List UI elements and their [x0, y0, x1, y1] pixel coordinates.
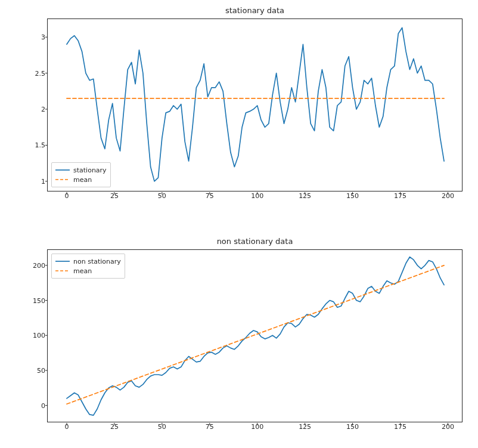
xtick-label: 200	[442, 423, 454, 431]
legend-entry: mean	[55, 266, 121, 276]
xtick-label: 175	[394, 192, 406, 200]
legend-label: mean	[73, 176, 92, 184]
xtick-label: 150	[346, 192, 359, 200]
series-stationary	[67, 28, 444, 181]
legend-swatch	[55, 167, 70, 173]
ytick-label: 0	[41, 401, 45, 409]
ytick-label: 3	[41, 33, 45, 41]
ytick-label: 2.5	[35, 69, 46, 77]
axes-nonstationary: non stationary data 02550751001251501752…	[47, 249, 463, 422]
legend-label: mean	[73, 267, 92, 275]
title-nonstationary: non stationary data	[48, 237, 462, 246]
xtick-label: 200	[442, 192, 454, 200]
xtick-label: 100	[251, 192, 263, 200]
xtick-label: 50	[158, 192, 166, 200]
xtick-label: 125	[299, 423, 311, 431]
legend-label: non stationary	[73, 258, 121, 265]
legend-entry: stationary	[55, 165, 107, 175]
xtick-label: 0	[64, 423, 69, 431]
series-non-stationary	[67, 257, 444, 415]
ytick-label: 1.5	[35, 141, 46, 149]
ytick-label: 100	[33, 332, 45, 339]
legend-entry: mean	[55, 175, 107, 184]
xtick-label: 25	[110, 423, 119, 431]
xtick-label: 100	[251, 423, 263, 431]
ytick-label: 200	[33, 261, 45, 269]
series-mean	[67, 265, 444, 404]
figure: stationary data 0255075100125150175200 1…	[0, 0, 478, 448]
legend-swatch	[55, 268, 70, 274]
ytick-label: 50	[37, 366, 45, 374]
axes-stationary: stationary data 0255075100125150175200 1…	[47, 18, 463, 191]
ytick-label: 1	[41, 177, 45, 185]
xtick-label: 75	[206, 423, 214, 431]
legend-nonstationary: non stationarymean	[51, 254, 125, 279]
ytick-label: 150	[33, 296, 45, 304]
xtick-label: 125	[299, 192, 311, 200]
legend-swatch	[55, 258, 70, 264]
xtick-label: 75	[206, 192, 214, 200]
xtick-label: 175	[394, 423, 406, 431]
xtick-label: 50	[158, 423, 166, 431]
xtick-label: 25	[110, 192, 119, 200]
xtick-label: 0	[64, 192, 69, 200]
legend-swatch	[55, 177, 70, 183]
title-stationary: stationary data	[48, 6, 462, 15]
legend-entry: non stationary	[55, 257, 121, 266]
xtick-label: 150	[346, 423, 359, 431]
ytick-label: 2	[41, 106, 45, 113]
legend-stationary: stationarymean	[51, 162, 111, 187]
legend-label: stationary	[73, 166, 107, 174]
